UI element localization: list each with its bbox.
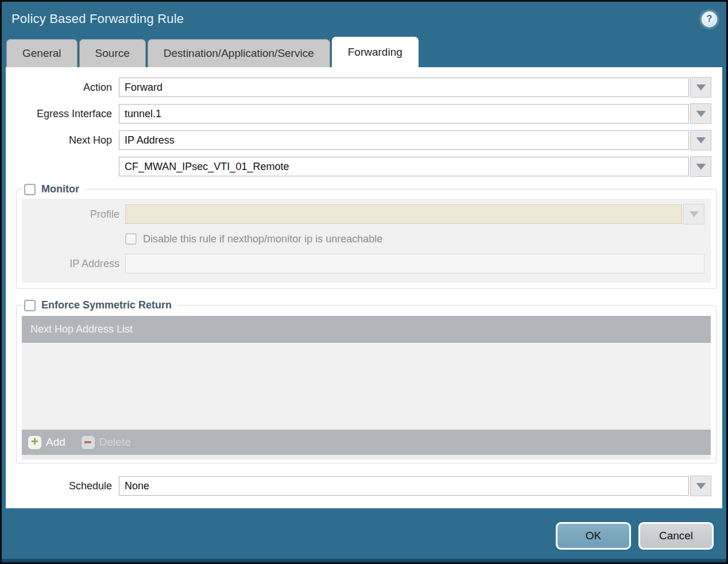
tab-forwarding[interactable]: Forwarding — [332, 37, 419, 67]
profile-row: Profile — [22, 204, 711, 224]
action-combo: Forward — [119, 77, 711, 98]
tab-source[interactable]: Source — [79, 39, 146, 67]
dropdown-arrow-icon — [696, 164, 706, 169]
schedule-dropdown-button[interactable] — [690, 476, 711, 496]
next-hop-type-combo: IP Address — [119, 130, 711, 150]
enforce-symmetric-return-group: Enforce Symmetric Return Next Hop Addres… — [16, 299, 717, 463]
next-hop-address-value[interactable]: CF_MWAN_IPsec_VTI_01_Remote — [119, 157, 689, 176]
table-bottom-strip — [22, 455, 711, 459]
next-hop-address-list-table: Next Hop Address List + Add Delete — [22, 316, 711, 459]
policy-based-forwarding-dialog: Policy Based Forwarding Rule ? General S… — [0, 0, 728, 564]
tab-destination-application-service[interactable]: Destination/Application/Service — [148, 39, 330, 67]
dropdown-arrow-icon — [696, 483, 706, 489]
monitor-panel: Profile Disable this rule if nexthop/mon… — [22, 199, 711, 283]
dropdown-arrow-icon — [696, 137, 706, 143]
next-hop-address-list-toolbar: + Add Delete — [22, 430, 711, 455]
dropdown-arrow-icon — [696, 84, 706, 90]
enforce-symmetric-return-legend: Enforce Symmetric Return — [22, 299, 177, 311]
help-icon[interactable]: ? — [702, 11, 717, 27]
add-icon: + — [28, 436, 41, 449]
enforce-symmetric-return-title: Enforce Symmetric Return — [41, 299, 172, 311]
delete-button: Delete — [82, 436, 131, 449]
profile-value — [125, 204, 682, 224]
egress-interface-combo: tunnel.1 — [119, 103, 711, 124]
help-glyph: ? — [707, 14, 712, 24]
egress-interface-value[interactable]: tunnel.1 — [119, 104, 689, 123]
dropdown-arrow-icon — [690, 211, 699, 217]
action-value[interactable]: Forward — [119, 78, 689, 97]
monitor-ip-address-input — [125, 254, 704, 273]
next-hop-label: Next Hop — [6, 134, 119, 146]
tab-bar: General Source Destination/Application/S… — [2, 36, 726, 67]
disable-rule-label: Disable this rule if nexthop/monitor ip … — [143, 233, 382, 245]
add-button-label: Add — [46, 436, 65, 449]
disable-rule-row: Disable this rule if nexthop/monitor ip … — [22, 232, 711, 246]
enforce-symmetric-return-checkbox[interactable] — [24, 300, 36, 311]
tab-general[interactable]: General — [6, 39, 78, 67]
action-dropdown-button[interactable] — [690, 77, 711, 98]
profile-label: Profile — [22, 208, 125, 221]
schedule-row: Schedule None — [6, 476, 722, 496]
next-hop-type-dropdown-button[interactable] — [690, 130, 711, 150]
next-hop-row: Next Hop IP Address — [6, 130, 722, 150]
monitor-legend: Monitor — [22, 183, 84, 195]
next-hop-address-combo: CF_MWAN_IPsec_VTI_01_Remote — [119, 156, 711, 177]
disable-rule-checkbox — [125, 233, 137, 245]
next-hop-type-value[interactable]: IP Address — [119, 130, 689, 150]
monitor-ip-address-label: IP Address — [22, 258, 125, 270]
dialog-title: Policy Based Forwarding Rule — [11, 11, 184, 26]
ok-button[interactable]: OK — [556, 522, 631, 550]
monitor-ip-address-row: IP Address — [22, 254, 711, 273]
next-hop-address-list-body — [22, 343, 711, 430]
action-label: Action — [6, 82, 119, 94]
dropdown-arrow-icon — [696, 111, 706, 117]
dialog-footer: OK Cancel — [2, 508, 726, 559]
next-hop-address-row: CF_MWAN_IPsec_VTI_01_Remote — [6, 157, 722, 176]
next-hop-address-dropdown-button[interactable] — [690, 156, 711, 177]
next-hop-address-list-header: Next Hop Address List — [22, 316, 711, 343]
add-button[interactable]: + Add — [28, 436, 65, 449]
schedule-combo: None — [119, 476, 711, 496]
forwarding-tab-panel: Action Forward Egress Interface tunnel.1… — [6, 67, 722, 508]
egress-interface-row: Egress Interface tunnel.1 — [6, 104, 722, 123]
egress-interface-label: Egress Interface — [6, 108, 119, 120]
schedule-value[interactable]: None — [119, 476, 689, 496]
egress-interface-dropdown-button[interactable] — [690, 103, 711, 124]
monitor-title: Monitor — [41, 183, 79, 195]
action-row: Action Forward — [6, 78, 722, 97]
profile-combo-disabled — [125, 204, 704, 225]
schedule-label: Schedule — [6, 480, 119, 492]
monitor-checkbox[interactable] — [24, 184, 36, 195]
dialog-titlebar: Policy Based Forwarding Rule ? — [2, 2, 726, 36]
bottom-strip — [2, 559, 726, 562]
monitor-group: Monitor Profile Disable this rule if nex… — [16, 183, 717, 289]
delete-button-label: Delete — [99, 436, 131, 449]
delete-icon — [82, 436, 95, 449]
profile-dropdown-button — [683, 204, 704, 225]
cancel-button[interactable]: Cancel — [638, 522, 714, 550]
